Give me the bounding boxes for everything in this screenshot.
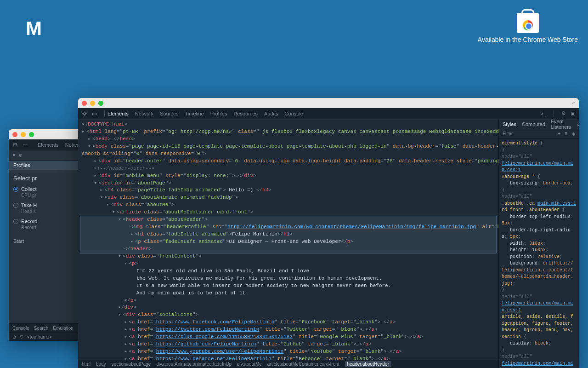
chrome-store-badge[interactable]: Available in the Chrome Web Store — [478, 13, 578, 43]
pin-icon[interactable]: ⬆ — [564, 131, 568, 136]
filter-input[interactable]: Filter — [503, 131, 513, 136]
breadcrumb-item[interactable]: section#aboutPage — [112, 362, 151, 367]
expand-icon[interactable]: ⤢ — [571, 100, 575, 106]
titlebar[interactable]: ⤢ — [78, 98, 579, 108]
tab-resources[interactable]: Resources — [233, 111, 258, 116]
clear-icon[interactable]: ⊘ — [12, 334, 16, 339]
store-text: Available in the Chrome Web Store — [478, 36, 578, 43]
tab-elements[interactable]: Elements — [107, 111, 129, 116]
add-rule-icon[interactable]: + — [558, 131, 560, 136]
tab-profiles[interactable]: Profiles — [210, 111, 227, 116]
inspect-icon[interactable]: ⯐ — [12, 142, 18, 148]
tab-timeline[interactable]: Timeline — [185, 111, 204, 116]
tab-sources[interactable]: Sources — [160, 111, 178, 116]
devtools-toolbar: ⯐ ▭ ElementsNetworkSourcesTimelineProfil… — [78, 108, 579, 119]
dom-breadcrumb[interactable]: htmlbodysection#aboutPagediv.aboutAnimat… — [78, 360, 498, 368]
tab-computed[interactable]: Computed — [522, 121, 545, 127]
tab-console[interactable]: Console — [12, 326, 29, 331]
zoom-icon[interactable] — [29, 132, 34, 137]
device-icon[interactable]: ▭ — [23, 142, 28, 148]
breadcrumb-item[interactable]: div.aboutAnimate.animated.fadeInUp — [156, 362, 232, 367]
device-icon[interactable]: ▭ — [92, 110, 97, 117]
frame-selector[interactable]: <top frame> — [27, 334, 52, 339]
dock-icon[interactable]: ▣ — [571, 110, 575, 116]
filter-icon[interactable]: ▽ — [20, 334, 23, 339]
profile-option[interactable]: Collect — [13, 186, 87, 192]
breadcrumb-item[interactable]: div.aboutMe — [237, 362, 262, 367]
start-button[interactable]: Start — [13, 238, 87, 244]
more-tabs-icon[interactable]: » — [577, 121, 579, 127]
tab-elements[interactable]: Elements — [38, 142, 59, 148]
settings-icon[interactable]: ⚙ — [561, 110, 566, 116]
dom-tree-panel[interactable]: <!DOCTYPE html>▸<html lang="pt-BR" prefi… — [78, 119, 498, 368]
inspect-icon[interactable]: ⯐ — [82, 110, 87, 117]
close-icon[interactable] — [82, 101, 87, 106]
styles-panel: Styles Computed Event Listeners » Filter… — [498, 119, 579, 368]
console-toggle-icon[interactable]: >_ — [540, 111, 546, 116]
clear-icon[interactable]: ⊘ — [19, 152, 23, 158]
tab-console[interactable]: Console — [285, 111, 303, 116]
tab-emulation[interactable]: Emulation — [53, 326, 73, 331]
minimize-icon[interactable] — [21, 132, 26, 137]
zoom-icon[interactable] — [98, 101, 103, 106]
devtools-window-primary: ⤢ ⯐ ▭ ElementsNetworkSourcesTimelineProf… — [78, 98, 579, 368]
profile-option[interactable]: Record — [13, 218, 87, 224]
select-heading: Select pr — [13, 175, 87, 182]
record-icon[interactable]: ● — [12, 152, 16, 158]
tab-search[interactable]: Search — [34, 326, 49, 331]
tab-event-listeners[interactable]: Event Listeners — [551, 119, 571, 130]
breadcrumb-item[interactable]: body — [96, 362, 106, 367]
breadcrumb-item[interactable]: header.aboutHeader — [345, 361, 391, 367]
profile-option[interactable]: Take H — [13, 202, 87, 208]
tab-audits[interactable]: Audits — [264, 111, 278, 116]
css-rules[interactable]: element.style {}media="all" felipemartin… — [499, 138, 579, 368]
breadcrumb-item[interactable]: article.aboutMeContainer.card-front — [267, 362, 339, 367]
close-icon[interactable] — [12, 132, 17, 137]
breadcrumb-item[interactable]: html — [82, 362, 90, 367]
tab-styles[interactable]: Styles — [503, 121, 516, 127]
toggle-icon[interactable]: ◈ — [571, 131, 575, 136]
tab-network[interactable]: Network — [135, 111, 153, 116]
minimize-icon[interactable] — [90, 101, 95, 106]
shopping-bag-icon — [517, 13, 539, 33]
brand-logo: M — [26, 17, 41, 40]
